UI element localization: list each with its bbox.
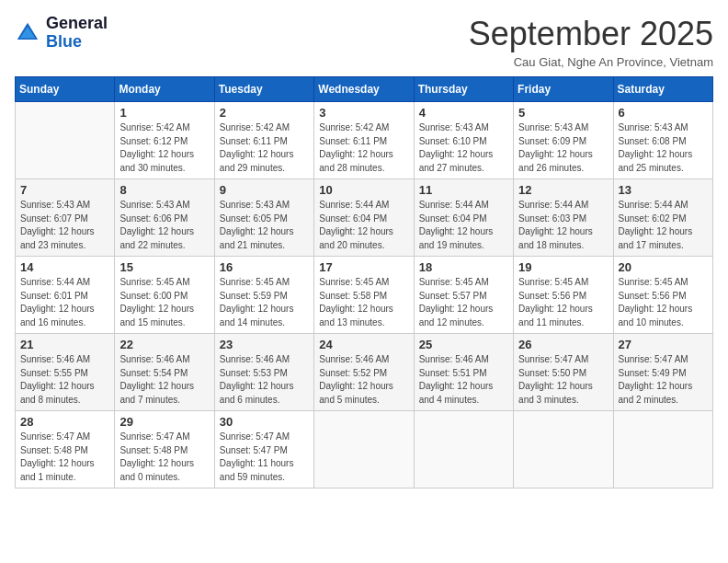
day-number: 6	[619, 106, 708, 120]
day-number: 24	[319, 338, 408, 351]
day-number: 12	[518, 183, 608, 197]
calendar-day-4: 4Sunrise: 5:43 AM Sunset: 6:10 PM Daylig…	[414, 102, 513, 179]
logo: General Blue	[15, 15, 108, 52]
day-number: 7	[20, 183, 109, 197]
calendar-week-row: 21Sunrise: 5:46 AM Sunset: 5:55 PM Dayli…	[16, 334, 713, 411]
calendar-day-20: 20Sunrise: 5:45 AM Sunset: 5:56 PM Dayli…	[613, 257, 712, 334]
calendar-day-25: 25Sunrise: 5:46 AM Sunset: 5:51 PM Dayli…	[414, 334, 513, 411]
calendar-day-21: 21Sunrise: 5:46 AM Sunset: 5:55 PM Dayli…	[16, 334, 115, 411]
weekday-header-saturday: Saturday	[613, 77, 712, 102]
day-info: Sunrise: 5:42 AM Sunset: 6:12 PM Dayligh…	[119, 121, 209, 175]
logo-text: General Blue	[46, 15, 108, 52]
day-number: 16	[220, 260, 309, 274]
day-info: Sunrise: 5:47 AM Sunset: 5:48 PM Dayligh…	[20, 431, 109, 484]
calendar-day-7: 7Sunrise: 5:43 AM Sunset: 6:07 PM Daylig…	[16, 179, 115, 257]
calendar-day-3: 3Sunrise: 5:42 AM Sunset: 6:11 PM Daylig…	[314, 102, 414, 179]
day-number: 18	[419, 260, 508, 274]
day-number: 23	[220, 338, 309, 351]
day-info: Sunrise: 5:44 AM Sunset: 6:04 PM Dayligh…	[419, 199, 508, 252]
calendar-day-28: 28Sunrise: 5:47 AM Sunset: 5:48 PM Dayli…	[16, 411, 115, 488]
day-number: 2	[220, 106, 309, 120]
day-info: Sunrise: 5:44 AM Sunset: 6:01 PM Dayligh…	[20, 276, 109, 329]
calendar-day-14: 14Sunrise: 5:44 AM Sunset: 6:01 PM Dayli…	[16, 257, 115, 334]
day-info: Sunrise: 5:45 AM Sunset: 5:57 PM Dayligh…	[419, 276, 508, 329]
day-number: 29	[119, 415, 209, 429]
day-info: Sunrise: 5:46 AM Sunset: 5:54 PM Dayligh…	[119, 353, 209, 407]
day-number: 15	[119, 260, 209, 274]
day-info: Sunrise: 5:45 AM Sunset: 5:56 PM Dayligh…	[518, 276, 608, 329]
day-number: 25	[419, 338, 508, 351]
calendar-empty-cell	[514, 411, 613, 488]
day-info: Sunrise: 5:45 AM Sunset: 5:58 PM Dayligh…	[319, 276, 408, 329]
calendar-week-row: 28Sunrise: 5:47 AM Sunset: 5:48 PM Dayli…	[16, 411, 713, 488]
calendar-week-row: 14Sunrise: 5:44 AM Sunset: 6:01 PM Dayli…	[16, 257, 713, 334]
day-info: Sunrise: 5:47 AM Sunset: 5:48 PM Dayligh…	[119, 431, 209, 484]
day-info: Sunrise: 5:47 AM Sunset: 5:49 PM Dayligh…	[619, 353, 708, 407]
weekday-header-monday: Monday	[115, 77, 214, 102]
day-number: 27	[619, 338, 708, 351]
calendar-day-22: 22Sunrise: 5:46 AM Sunset: 5:54 PM Dayli…	[115, 334, 214, 411]
day-info: Sunrise: 5:43 AM Sunset: 6:10 PM Dayligh…	[419, 121, 508, 175]
weekday-header-row: SundayMondayTuesdayWednesdayThursdayFrid…	[16, 77, 713, 102]
calendar-week-row: 7Sunrise: 5:43 AM Sunset: 6:07 PM Daylig…	[16, 179, 713, 257]
weekday-header-wednesday: Wednesday	[314, 77, 414, 102]
day-info: Sunrise: 5:43 AM Sunset: 6:08 PM Dayligh…	[619, 121, 708, 175]
calendar-day-8: 8Sunrise: 5:43 AM Sunset: 6:06 PM Daylig…	[115, 179, 214, 257]
day-number: 20	[619, 260, 708, 274]
day-number: 4	[419, 106, 508, 120]
calendar: SundayMondayTuesdayWednesdayThursdayFrid…	[15, 76, 713, 488]
calendar-day-23: 23Sunrise: 5:46 AM Sunset: 5:53 PM Dayli…	[214, 334, 313, 411]
calendar-empty-cell	[314, 411, 414, 488]
day-number: 10	[319, 183, 408, 197]
calendar-day-12: 12Sunrise: 5:44 AM Sunset: 6:03 PM Dayli…	[514, 179, 613, 257]
day-info: Sunrise: 5:42 AM Sunset: 6:11 PM Dayligh…	[319, 121, 408, 175]
calendar-day-13: 13Sunrise: 5:44 AM Sunset: 6:02 PM Dayli…	[613, 179, 712, 257]
day-info: Sunrise: 5:46 AM Sunset: 5:52 PM Dayligh…	[319, 353, 408, 407]
day-number: 9	[220, 183, 309, 197]
calendar-day-30: 30Sunrise: 5:47 AM Sunset: 5:47 PM Dayli…	[214, 411, 313, 488]
day-info: Sunrise: 5:47 AM Sunset: 5:50 PM Dayligh…	[518, 353, 608, 407]
calendar-day-2: 2Sunrise: 5:42 AM Sunset: 6:11 PM Daylig…	[214, 102, 313, 179]
calendar-day-17: 17Sunrise: 5:45 AM Sunset: 5:58 PM Dayli…	[314, 257, 414, 334]
calendar-empty-cell	[613, 411, 712, 488]
day-info: Sunrise: 5:45 AM Sunset: 6:00 PM Dayligh…	[119, 276, 209, 329]
day-info: Sunrise: 5:43 AM Sunset: 6:07 PM Dayligh…	[20, 199, 109, 252]
day-info: Sunrise: 5:44 AM Sunset: 6:03 PM Dayligh…	[518, 199, 608, 252]
day-number: 22	[119, 338, 209, 351]
calendar-day-9: 9Sunrise: 5:43 AM Sunset: 6:05 PM Daylig…	[214, 179, 313, 257]
day-info: Sunrise: 5:47 AM Sunset: 5:47 PM Dayligh…	[220, 431, 309, 484]
day-number: 5	[518, 106, 608, 120]
location: Cau Giat, Nghe An Province, Vietnam	[469, 55, 713, 69]
day-info: Sunrise: 5:42 AM Sunset: 6:11 PM Dayligh…	[220, 121, 309, 175]
weekday-header-thursday: Thursday	[414, 77, 513, 102]
calendar-day-26: 26Sunrise: 5:47 AM Sunset: 5:50 PM Dayli…	[514, 334, 613, 411]
day-number: 13	[619, 183, 708, 197]
day-info: Sunrise: 5:43 AM Sunset: 6:05 PM Dayligh…	[220, 199, 309, 252]
calendar-empty-cell	[414, 411, 513, 488]
calendar-day-11: 11Sunrise: 5:44 AM Sunset: 6:04 PM Dayli…	[414, 179, 513, 257]
day-info: Sunrise: 5:46 AM Sunset: 5:55 PM Dayligh…	[20, 353, 109, 407]
day-number: 30	[220, 415, 309, 429]
calendar-day-18: 18Sunrise: 5:45 AM Sunset: 5:57 PM Dayli…	[414, 257, 513, 334]
calendar-day-10: 10Sunrise: 5:44 AM Sunset: 6:04 PM Dayli…	[314, 179, 414, 257]
calendar-empty-cell	[16, 102, 115, 179]
day-number: 1	[119, 106, 209, 120]
weekday-header-sunday: Sunday	[16, 77, 115, 102]
calendar-day-24: 24Sunrise: 5:46 AM Sunset: 5:52 PM Dayli…	[314, 334, 414, 411]
day-info: Sunrise: 5:44 AM Sunset: 6:04 PM Dayligh…	[319, 199, 408, 252]
day-info: Sunrise: 5:46 AM Sunset: 5:51 PM Dayligh…	[419, 353, 508, 407]
day-number: 28	[20, 415, 109, 429]
day-info: Sunrise: 5:43 AM Sunset: 6:09 PM Dayligh…	[518, 121, 608, 175]
weekday-header-friday: Friday	[514, 77, 613, 102]
logo-line2: Blue	[46, 33, 108, 52]
month-title: September 2025	[469, 15, 713, 53]
calendar-day-19: 19Sunrise: 5:45 AM Sunset: 5:56 PM Dayli…	[514, 257, 613, 334]
title-block: September 2025 Cau Giat, Nghe An Provinc…	[469, 15, 713, 69]
weekday-header-tuesday: Tuesday	[214, 77, 313, 102]
logo-line1: General	[46, 15, 108, 33]
calendar-day-27: 27Sunrise: 5:47 AM Sunset: 5:49 PM Dayli…	[613, 334, 712, 411]
calendar-day-5: 5Sunrise: 5:43 AM Sunset: 6:09 PM Daylig…	[514, 102, 613, 179]
day-info: Sunrise: 5:44 AM Sunset: 6:02 PM Dayligh…	[619, 199, 708, 252]
calendar-day-15: 15Sunrise: 5:45 AM Sunset: 6:00 PM Dayli…	[115, 257, 214, 334]
day-number: 17	[319, 260, 408, 274]
